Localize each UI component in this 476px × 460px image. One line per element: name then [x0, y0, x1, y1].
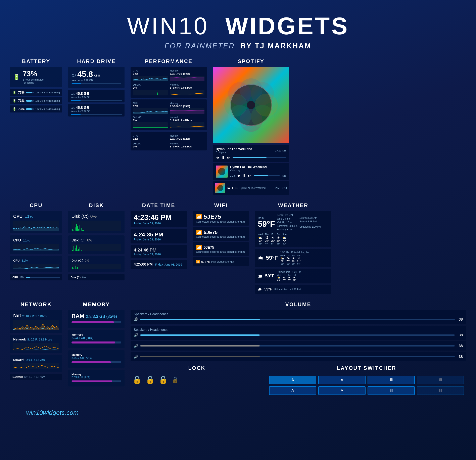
spotify-medium-fill [254, 175, 268, 176]
disk-spike [72, 267, 73, 269]
battery-icon-sm-1: 🔋 [12, 91, 17, 94]
hdd-title: HARD DRIVE [68, 58, 125, 64]
volume-fill-4 [140, 356, 260, 357]
disk-small-chart [71, 264, 121, 269]
layout-btn-8[interactable]: 🖥 [417, 386, 464, 395]
weather-sm-day-3: Fri ☀ 76° 58° [292, 254, 296, 265]
layout-btn-2[interactable]: A [318, 376, 366, 384]
spotify-player-medium: Hymn For The Weekend Coldplay 2:23 ⏮ ⏸ ⏭… [213, 163, 289, 180]
disk-spike [81, 250, 82, 251]
perf-net-val-1: S: 9.5 R: 3.0 Kbps [170, 86, 204, 89]
spotify-controls-row: ⏮ ⏸ ⏭ [216, 155, 286, 160]
volume-bar-2 [140, 334, 455, 336]
lock-icon-3[interactable]: 🔓 [159, 376, 168, 384]
perf-cpu-chart-1 [133, 76, 168, 81]
datetime-date-1: Friday, June 03, 2016 [134, 222, 184, 225]
disk-spike [77, 250, 78, 251]
battery-fill-1 [26, 92, 32, 94]
disk-main-pct: 0% [90, 214, 97, 219]
volume-label-2: Speakers / Headphones [134, 328, 463, 332]
disk-spike [75, 227, 76, 230]
datetime-title: DATE TIME [131, 202, 187, 209]
datetime-widget-2: 4:24:35 PM Friday, June 03, 2016 [131, 229, 187, 243]
disk-med-label: Disk (C:) [71, 238, 85, 242]
wifi-widget-3: 📶 5JE75 Connected, secured (80% signal s… [193, 242, 249, 256]
disk-spikes-2 [71, 246, 121, 251]
disk-spike [76, 246, 77, 251]
spotify-medium-play[interactable]: ⏸ [242, 174, 246, 178]
wifi-section: WIFI 📶 5JE75 Connected, secured (80% sig… [193, 202, 249, 268]
spotify-next-btn[interactable]: ⏭ [227, 155, 230, 160]
spotify-mini-play[interactable]: ⏸ [231, 187, 234, 190]
spotify-medium-prev[interactable]: ⏮ [237, 174, 240, 178]
network-section: NETWORK Net S: 10.7 R: 5.6 Kbps Network … [10, 301, 62, 381]
volume-val-2: 38 [457, 333, 463, 337]
cpu-main-label: CPU [13, 214, 23, 219]
spotify-mini-prev[interactable]: ⏮ [227, 187, 230, 190]
perf-mem-chart-1 [170, 76, 204, 81]
wifi-status-4: 80% signal strength [211, 260, 234, 263]
volume-title: VOLUME [131, 301, 466, 307]
layout-btn-4[interactable]: 🖥 [417, 376, 464, 384]
disk-mini-widget: Disk (C) 0% [68, 274, 125, 281]
layout-btn-3[interactable]: 🖥 [367, 376, 415, 384]
volume-widget-3: 🔊 38 [131, 341, 466, 350]
footer-url[interactable]: win10widgets.com [26, 409, 78, 416]
spotify-medium-next[interactable]: ⏭ [248, 174, 252, 178]
lock-icon-1[interactable]: 🔓 [133, 376, 142, 384]
mem-row3-fill [71, 380, 112, 382]
perf-net-chart-1 [170, 90, 204, 95]
cpu-small-widget: CPU 11% [10, 256, 62, 272]
mem-row2-bar [71, 361, 121, 363]
wifi-status-2: Connected, secured (80% signal strength) [196, 235, 246, 238]
perf-mem-val-1: 2.9/3.3 GB (88%) [170, 72, 204, 75]
battery-fill-3 [26, 108, 32, 110]
spotify-mini-inner [217, 185, 223, 191]
layout-btn-1[interactable]: A [269, 376, 316, 384]
volume-val-1: 38 [457, 317, 463, 322]
svg-line-3 [157, 92, 158, 95]
volume-row-3: 🔊 38 [134, 344, 463, 348]
disk-spike [76, 269, 77, 269]
mem-row2-label: Memory [71, 353, 121, 356]
perf-cpu-label-1: CPU [133, 69, 168, 72]
spotify-medium-time: 2:23 [230, 174, 235, 177]
battery-label-1: 1 hr 35 mins remaining [35, 91, 60, 94]
perf-mem-val-3: 2.7/3.3 GB (82%) [170, 137, 204, 140]
layout-btn-7[interactable]: 🖥 [367, 386, 415, 395]
volume-icon-4: 🔊 [134, 355, 138, 359]
svg-point-14 [228, 105, 251, 128]
perf-cpu-val-2: 12% [133, 105, 168, 108]
disk-spike [72, 230, 73, 230]
disk-section: DISK Disk (C:) 0% [68, 202, 125, 282]
weather-sm2-day-1: Wed ⛅ 69° [277, 274, 281, 281]
hdd-row-1: C:\ 45.8 GB free out of 237 GB [68, 90, 125, 102]
weather-sm-day-2: Thu 🌤 75° 58° [286, 254, 290, 265]
perf-cpu-1: CPU 13% [133, 69, 168, 81]
layout-title: LAYOUT SWITCHER [267, 365, 466, 371]
lock-title: LOCK [131, 365, 263, 371]
disk-sm-pct: 0% [85, 259, 89, 262]
network-row-1: Network S: 0.5 R: 13.1 Mbps [10, 335, 62, 353]
weather-sm-day-4: Sat ☀ 81° 58° [297, 254, 301, 265]
layout-btn-6[interactable]: A [318, 386, 366, 395]
network-row-2: Network S: 0.3 R: 8.2 Mbps [10, 355, 62, 372]
battery-label-2: 1 hr 35 mins remaining [35, 99, 60, 102]
spotify-artist: Coldplay [216, 151, 252, 154]
hdd-row-2: C:\ 45.8 GB free out of 237 GB [68, 104, 125, 117]
cpu-mini-fill [26, 277, 30, 278]
spotify-player-large: Hymn For The Weekend Coldplay 2:42 / 4:1… [213, 145, 289, 162]
perf-cpu-val-1: 13% [133, 72, 168, 75]
spotify-play-btn[interactable]: ⏸ [221, 155, 225, 160]
weather-main-widget: Rain 59°F Feels Like 59°F Wind 14 mph Vi… [255, 211, 332, 247]
weather-condition: Rain [258, 216, 275, 220]
perf-widget-3: CPU 12% Memory 2.7/3.3 GB (82%) Disk (C:… [131, 132, 207, 150]
spotify-mini-next[interactable]: ⏭ [235, 187, 238, 190]
layout-btn-5[interactable]: A [269, 386, 316, 395]
disk-spike [74, 246, 74, 251]
lock-icon-4[interactable]: 🔓 [172, 377, 179, 383]
volume-widget-2: Speakers / Headphones 🔊 38 [131, 326, 466, 340]
lock-icon-2[interactable]: 🔓 [146, 376, 155, 384]
perf-net-val-2: S: 8.0 R: 2.4 Kbps [170, 119, 204, 122]
spotify-prev-btn[interactable]: ⏮ [216, 155, 219, 160]
